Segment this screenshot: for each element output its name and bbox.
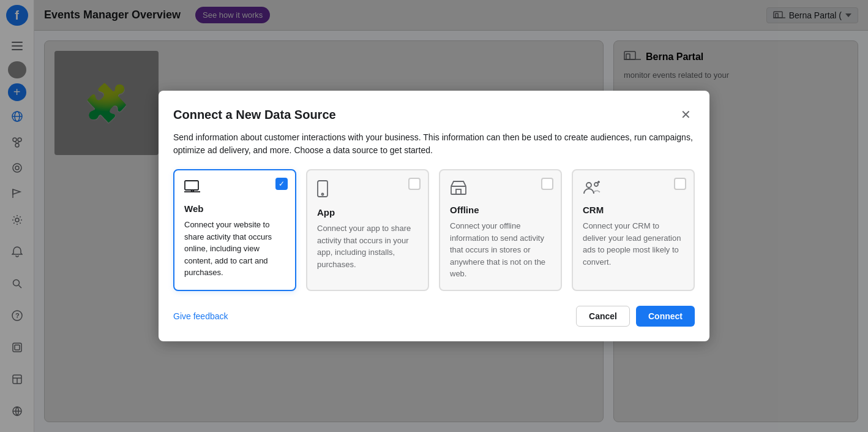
store-icon-offline (450, 180, 551, 199)
card-web-title: Web (184, 203, 285, 214)
give-feedback-link[interactable]: Give feedback (173, 311, 228, 321)
svg-rect-40 (456, 189, 461, 194)
card-offline-title: Offline (450, 205, 551, 215)
footer-buttons: Cancel Connect (576, 306, 695, 327)
card-web-desc: Connect your website to share activity t… (184, 219, 285, 279)
card-web[interactable]: ✓ Web Connect your website to share acti… (173, 169, 296, 291)
card-offline-checkbox[interactable] (541, 178, 553, 190)
card-crm-title: CRM (583, 205, 684, 215)
svg-point-42 (594, 183, 598, 186)
card-crm-checkbox[interactable] (674, 178, 686, 190)
modal: Connect a New Data Source ✕ Send informa… (159, 91, 709, 341)
cards-row: ✓ Web Connect your website to share acti… (173, 169, 695, 291)
modal-description: Send information about customer interact… (173, 131, 695, 157)
card-offline[interactable]: Offline Connect your offline information… (439, 169, 562, 291)
svg-point-38 (322, 194, 324, 195)
modal-title: Connect a New Data Source (173, 108, 336, 122)
card-crm[interactable]: CRM Connect your CRM to deliver your lea… (572, 169, 695, 291)
card-offline-desc: Connect your offline information to send… (450, 220, 551, 280)
card-crm-desc: Connect your CRM to deliver your lead ge… (583, 220, 684, 268)
modal-close-button[interactable]: ✕ (676, 105, 695, 124)
monitor-icon-web (184, 180, 285, 197)
people-icon-crm (583, 180, 684, 199)
modal-overlay: Connect a New Data Source ✕ Send informa… (0, 0, 868, 432)
card-app-title: App (317, 207, 418, 218)
cancel-button[interactable]: Cancel (576, 306, 630, 327)
connect-button[interactable]: Connect (636, 306, 695, 327)
mobile-icon-app (317, 180, 418, 201)
card-app[interactable]: App Connect your app to share activity t… (306, 169, 429, 291)
svg-point-41 (586, 183, 591, 188)
modal-header: Connect a New Data Source ✕ (173, 105, 695, 124)
card-web-checkbox[interactable]: ✓ (275, 178, 288, 190)
card-app-desc: Connect your app to share activity that … (317, 222, 418, 270)
svg-rect-39 (451, 186, 466, 194)
card-app-checkbox[interactable] (408, 178, 421, 190)
modal-footer: Give feedback Cancel Connect (173, 306, 695, 327)
svg-rect-37 (318, 181, 327, 197)
svg-rect-33 (185, 181, 198, 190)
